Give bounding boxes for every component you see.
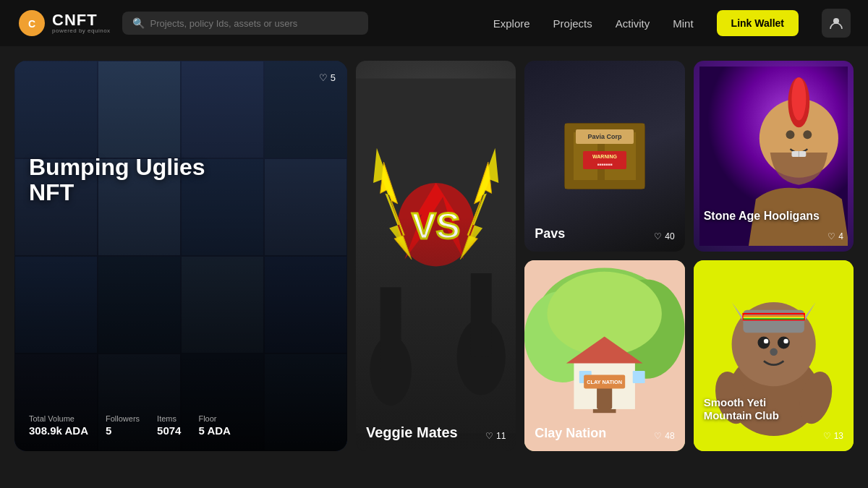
hero-like-count: 5 <box>331 72 336 83</box>
pavs-title: Pavs <box>535 226 565 241</box>
veggie-mates-like[interactable]: ♡ 11 <box>485 431 506 441</box>
hero-title: Bumping Uglies NFT <box>29 155 231 205</box>
heart-icon: ♡ <box>319 72 328 83</box>
stat-items-value: 5074 <box>157 424 181 437</box>
search-bar[interactable]: 🔍 <box>122 12 368 35</box>
stat-followers-label: Followers <box>106 414 140 423</box>
svg-text:Pavia Corp: Pavia Corp <box>587 133 622 140</box>
svg-rect-7 <box>636 124 644 189</box>
card-pavs[interactable]: Pavia Corp WARNING ■■■■■■■ Pavs ♡ 40 <box>524 61 684 252</box>
logo[interactable]: C CNFT powered by equinox <box>17 9 111 38</box>
navbar: C CNFT powered by equinox 🔍 Explore Proj… <box>0 0 868 46</box>
stat-total-volume-value: 308.9k ADA <box>29 424 88 437</box>
clay-heart-icon: ♡ <box>654 431 662 441</box>
hero-like[interactable]: ♡ 5 <box>319 72 336 83</box>
veggie-like-count: 11 <box>496 431 506 441</box>
search-icon: 🔍 <box>132 17 145 29</box>
stat-items: Items 5074 <box>157 414 181 437</box>
clay-nation-like[interactable]: ♡ 48 <box>654 431 674 441</box>
svg-rect-6 <box>565 124 574 189</box>
card-veggie-mates[interactable]: VS Veggie Mates ♡ 11 <box>356 61 516 451</box>
main-content: ♡ 5 Bumping Uglies NFT Total Volume 308.… <box>0 46 868 488</box>
yeti-heart-icon: ♡ <box>823 431 831 441</box>
stat-followers: Followers 5 <box>106 414 140 437</box>
stat-floor: Floor 5 ADA <box>198 414 230 437</box>
stone-age-title: Stone Age Hooligans <box>704 209 820 223</box>
stone-age-like[interactable]: ♡ 4 <box>827 231 843 241</box>
stat-total-volume-label: Total Volume <box>29 414 88 423</box>
pavs-crate-image: Pavia Corp WARNING ■■■■■■■ <box>558 109 652 203</box>
svg-point-58 <box>778 337 790 349</box>
yeti-like-count: 13 <box>834 431 843 441</box>
svg-point-30 <box>786 130 794 139</box>
pavs-like[interactable]: ♡ 40 <box>654 231 674 241</box>
user-profile-button[interactable] <box>822 9 851 38</box>
pavs-heart-icon: ♡ <box>654 231 662 241</box>
user-icon <box>829 16 843 30</box>
svg-text:■■■■■■■: ■■■■■■■ <box>597 162 612 166</box>
stone-like-count: 4 <box>838 231 843 241</box>
nav-explore[interactable]: Explore <box>493 17 530 30</box>
veggie-heart-icon: ♡ <box>485 431 493 441</box>
nav-links: Explore Projects Activity Mint Link Wall… <box>493 9 851 38</box>
svg-point-61 <box>770 348 778 356</box>
smooth-yeti-title: Smooth Yeti Mountain Club <box>704 396 805 422</box>
stone-heart-icon: ♡ <box>827 231 835 241</box>
stat-floor-value: 5 ADA <box>198 424 230 437</box>
pavs-like-count: 40 <box>665 231 674 241</box>
svg-rect-44 <box>633 371 645 383</box>
svg-rect-42 <box>597 386 612 409</box>
smooth-yeti-image <box>694 260 854 451</box>
hero-card-bumping-uglies[interactable]: ♡ 5 Bumping Uglies NFT Total Volume 308.… <box>14 61 347 451</box>
logo-powered: powered by equinox <box>52 28 111 34</box>
veggie-mates-title: Veggie Mates <box>366 424 458 441</box>
svg-text:C: C <box>28 18 35 30</box>
stat-total-volume: Total Volume 308.9k ADA <box>29 414 88 437</box>
card-stone-age-hooligans[interactable]: Stone Age Hooligans ♡ 4 <box>694 61 854 252</box>
clay-like-count: 48 <box>665 431 674 441</box>
svg-point-31 <box>803 130 812 139</box>
nav-mint[interactable]: Mint <box>673 17 693 30</box>
nav-activity[interactable]: Activity <box>616 17 650 30</box>
logo-name: CNFT <box>52 12 111 28</box>
svg-point-59 <box>764 339 768 343</box>
right-column: Pavia Corp WARNING ■■■■■■■ Pavs ♡ 40 <box>356 61 854 451</box>
clay-nation-title: Clay Nation <box>535 426 606 441</box>
svg-point-29 <box>791 77 806 121</box>
card-clay-nation[interactable]: CLAY NATION Clay Nation ♡ 48 <box>524 260 684 451</box>
svg-text:WARNING: WARNING <box>592 154 617 159</box>
link-wallet-button[interactable]: Link Wallet <box>717 10 799 36</box>
svg-text:CLAY NATION: CLAY NATION <box>587 379 622 385</box>
stat-followers-value: 5 <box>106 424 140 437</box>
card-smooth-yeti[interactable]: Smooth Yeti Mountain Club ♡ 13 <box>694 260 854 451</box>
clay-nation-image: CLAY NATION <box>524 260 684 451</box>
svg-point-60 <box>783 339 788 343</box>
search-input[interactable] <box>150 18 358 29</box>
svg-point-57 <box>757 337 770 349</box>
smooth-yeti-like[interactable]: ♡ 13 <box>823 431 843 441</box>
hero-grid <box>14 61 347 451</box>
cnft-logo-icon: C <box>17 9 46 38</box>
nav-projects[interactable]: Projects <box>553 17 592 30</box>
hero-stats: Total Volume 308.9k ADA Followers 5 Item… <box>29 414 333 437</box>
stat-items-label: Items <box>157 414 181 423</box>
stat-floor-label: Floor <box>198 414 230 423</box>
